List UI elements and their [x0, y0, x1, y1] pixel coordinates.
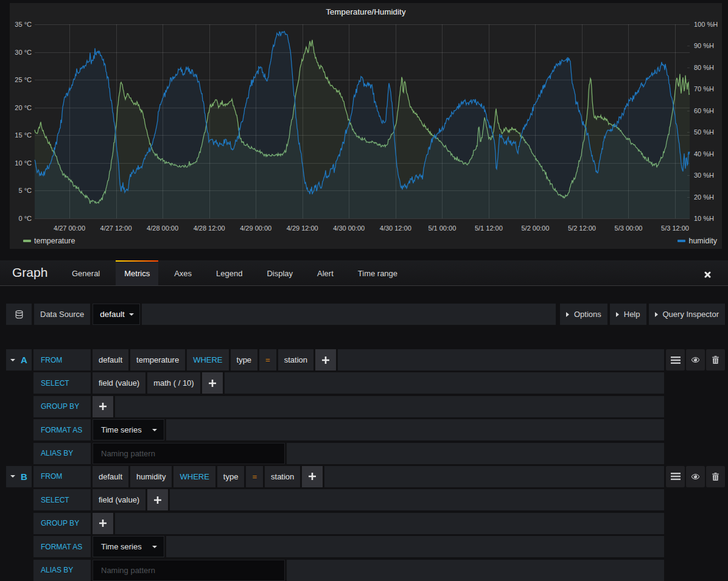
- query-A-row-format-as: FORMAT ASTime series: [6, 419, 725, 440]
- query-segment[interactable]: humidity: [130, 466, 172, 487]
- menu-icon: [671, 357, 681, 364]
- query-row-filler: [115, 513, 664, 534]
- axis-tick-label: 5/2 12:00: [568, 224, 596, 232]
- tab-display[interactable]: Display: [258, 260, 301, 285]
- timeseries-chart[interactable]: 0 °C5 °C10 °C15 °C20 °C25 °C30 °C35 °C10…: [10, 3, 722, 249]
- graph-panel: Temperature/Humidity 0 °C5 °C10 °C15 °C2…: [10, 3, 722, 249]
- query-rows: AFROMdefaulttemperatureWHEREtype=station…: [6, 349, 725, 581]
- query-segment[interactable]: math ( / 10): [147, 372, 200, 394]
- query-menu-button[interactable]: [666, 349, 685, 371]
- y-axis-right-labels: 10 %H20 %H30 %H40 %H50 %H60 %H70 %H80 %H…: [694, 21, 718, 222]
- query-segment[interactable]: type: [217, 466, 245, 487]
- query-row-filler: [166, 536, 664, 557]
- toggle-visibility-button[interactable]: [686, 349, 705, 371]
- add-part-button[interactable]: [315, 349, 336, 371]
- add-part-button[interactable]: [93, 513, 113, 534]
- axis-tick-label: 4/28 00:00: [147, 224, 178, 232]
- query-part-label: SELECT: [33, 372, 91, 394]
- legend-series-name: humidity: [688, 237, 717, 245]
- legend-item-temperature[interactable]: temperature: [23, 237, 75, 245]
- query-segment[interactable]: station: [265, 466, 300, 487]
- axis-tick-label: 5/3 00:00: [615, 224, 643, 232]
- query-menu-button[interactable]: [666, 466, 685, 487]
- axis-tick-label: 10 %H: [694, 215, 714, 222]
- caret-right-icon: [655, 312, 658, 317]
- toolbar-buttons: OptionsHelpQuery Inspector: [558, 304, 725, 325]
- plus-icon: [154, 496, 161, 504]
- query-segment[interactable]: WHERE: [173, 466, 215, 487]
- datasource-value: default: [100, 310, 125, 319]
- query-segment[interactable]: field (value): [93, 372, 145, 394]
- axis-tick-label: 40 %H: [694, 150, 714, 158]
- datasource-dropdown[interactable]: default: [93, 304, 140, 325]
- query-segment[interactable]: field (value): [93, 489, 145, 510]
- query-segment[interactable]: =: [246, 466, 263, 487]
- query-collapse-toggle[interactable]: B: [6, 466, 32, 487]
- axis-tick-label: 30 °C: [15, 49, 32, 56]
- chevron-down-icon: [129, 313, 134, 316]
- legend-item-humidity[interactable]: humidity: [677, 237, 717, 245]
- tab-metrics[interactable]: Metrics: [116, 260, 158, 285]
- query-part-label: FROM: [33, 349, 91, 371]
- query-B-row-from: BFROMdefaulthumidityWHEREtype=station: [6, 466, 725, 487]
- caret-right-icon: [616, 312, 619, 317]
- query-row-rightpad: [666, 419, 725, 440]
- query-segment[interactable]: type: [231, 349, 258, 371]
- axis-tick-label: 15 °C: [15, 131, 32, 139]
- alias-input[interactable]: [93, 443, 285, 464]
- eye-icon: [691, 474, 699, 479]
- tab-legend[interactable]: Legend: [208, 260, 251, 285]
- query-part-label: FROM: [33, 466, 91, 487]
- query-A-row-alias-by: ALIAS BY: [6, 443, 725, 464]
- chevron-down-icon: [10, 359, 15, 361]
- query-collapse-toggle[interactable]: A: [6, 349, 32, 371]
- alias-input[interactable]: [93, 560, 285, 581]
- query-actions: [666, 349, 725, 371]
- add-part-button[interactable]: [93, 396, 113, 417]
- axis-tick-label: 35 °C: [15, 21, 32, 28]
- query-segment[interactable]: default: [93, 466, 128, 487]
- axis-tick-label: 25 °C: [15, 76, 32, 83]
- axis-tick-label: 5/3 12:00: [661, 224, 689, 232]
- add-part-button[interactable]: [302, 466, 323, 487]
- tab-time-range[interactable]: Time range: [349, 260, 406, 285]
- close-button[interactable]: [704, 270, 713, 278]
- query-toolbar: Data Source default OptionsHelpQuery Ins…: [6, 304, 725, 325]
- trash-icon: [712, 356, 719, 364]
- axis-tick-label: 80 %H: [694, 64, 714, 71]
- query-part-label: FORMAT AS: [33, 419, 91, 440]
- panel-editor-header: Graph GeneralMetricsAxesLegendDisplayAle…: [0, 260, 728, 286]
- format-as-select[interactable]: Time series: [93, 419, 164, 440]
- tab-axes[interactable]: Axes: [166, 260, 200, 285]
- query-segment[interactable]: =: [259, 349, 276, 371]
- close-icon: [704, 271, 711, 278]
- help-button[interactable]: Help: [610, 304, 646, 325]
- query-inspector-button[interactable]: Query Inspector: [649, 304, 726, 325]
- axis-tick-label: 4/30 12:00: [380, 224, 411, 232]
- query-row-gutter: [6, 560, 32, 581]
- query-segment[interactable]: WHERE: [187, 349, 228, 371]
- axis-tick-label: 20 %H: [694, 193, 714, 201]
- chart-legend: temperaturehumidity: [10, 237, 722, 246]
- plus-icon: [309, 473, 316, 480]
- toggle-visibility-button[interactable]: [686, 466, 705, 487]
- axis-tick-label: 5/1 00:00: [428, 224, 456, 232]
- query-actions: [666, 466, 725, 487]
- delete-query-button[interactable]: [706, 466, 725, 487]
- add-part-button[interactable]: [202, 372, 223, 394]
- axis-tick-label: 4/28 12:00: [194, 224, 225, 232]
- add-part-button[interactable]: [147, 489, 168, 510]
- query-row-rightpad: [666, 536, 725, 557]
- tab-alert[interactable]: Alert: [309, 260, 342, 285]
- query-segment[interactable]: station: [278, 349, 313, 371]
- format-as-select[interactable]: Time series: [93, 536, 164, 557]
- menu-icon: [671, 473, 681, 480]
- options-button[interactable]: Options: [560, 304, 607, 325]
- query-segment[interactable]: temperature: [130, 349, 185, 371]
- datasource-icon-cell: [6, 304, 32, 325]
- trash-icon: [712, 473, 719, 481]
- delete-query-button[interactable]: [706, 349, 725, 371]
- query-part-label: FORMAT AS: [33, 536, 91, 557]
- tab-general[interactable]: General: [63, 260, 108, 285]
- query-segment[interactable]: default: [93, 349, 128, 371]
